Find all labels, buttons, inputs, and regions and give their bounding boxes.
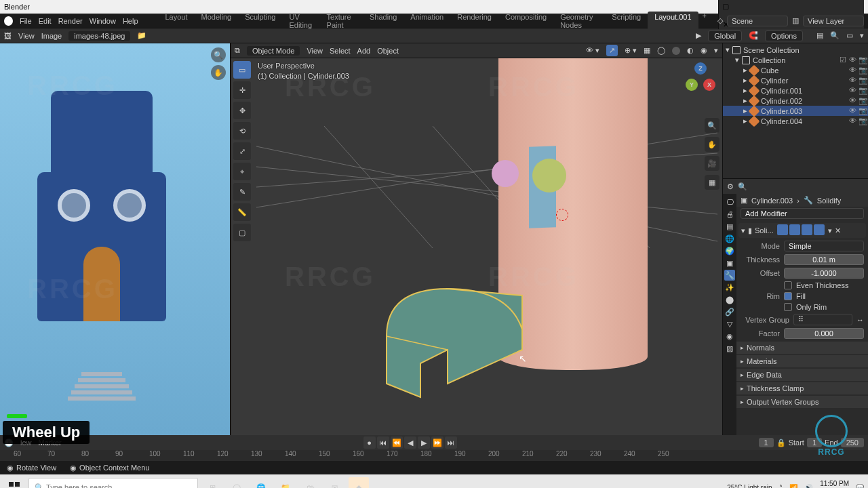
tray-volume-icon[interactable]: 🔊 (804, 484, 812, 489)
add-modifier-dropdown[interactable]: Add Modifier (741, 208, 864, 219)
subpanel-thickness-clamp[interactable]: Thickness Clamp (736, 382, 868, 394)
image-editor-icon[interactable]: 🖼 (4, 32, 12, 40)
prop-tab-world[interactable]: 🌍 (724, 245, 735, 256)
properties-search-icon[interactable]: 🔍 (738, 182, 747, 191)
tab-modeling[interactable]: Modeling (195, 12, 239, 30)
add-workspace-button[interactable]: + (698, 12, 711, 30)
even-thickness-checkbox[interactable] (784, 281, 792, 289)
window-maximize[interactable]: ▢ (719, 2, 732, 11)
transform-orientation-dropdown[interactable]: Global (708, 30, 742, 41)
mode-dropdown[interactable]: Object Mode (247, 46, 300, 56)
editor-type-icon[interactable]: ⧉ (235, 46, 240, 55)
jump-prev-key-button[interactable]: ⏪ (391, 436, 403, 449)
img-menu-image[interactable]: Image (41, 32, 62, 40)
outliner-item-cylinder001[interactable]: ▸Cylinder.001👁📷 (723, 85, 868, 96)
weather-widget[interactable]: 25°C Light rain (727, 484, 772, 489)
hand-icon[interactable]: ✋ (211, 65, 226, 80)
render-icon[interactable]: 📷 (859, 66, 865, 75)
menu-window[interactable]: Window (90, 17, 116, 25)
mode-dropdown[interactable]: Simple (784, 241, 864, 251)
image-editor-viewport[interactable]: 🔍 ✋ RRCG RRCG (0, 43, 231, 435)
shading-rendered-icon[interactable]: ◉ (701, 46, 707, 55)
eye-icon[interactable]: 👁 (849, 96, 856, 105)
prop-tab-render[interactable]: 🖵 (724, 197, 735, 207)
prop-tab-physics[interactable]: ⬤ (724, 294, 735, 305)
tl-menu-view[interactable]: iew (20, 439, 32, 447)
tab-compositing[interactable]: Compositing (498, 12, 553, 30)
prop-tab-constraints[interactable]: 🔗 (724, 306, 735, 317)
jump-next-key-button[interactable]: ⏩ (431, 436, 443, 449)
taskbar-clock[interactable]: 11:50 PM8/18/2021 (819, 480, 850, 488)
gizmo-toggle-icon[interactable]: ↗ (606, 45, 618, 56)
viewlayer-name-input[interactable] (803, 16, 864, 26)
prop-tab-viewlayer[interactable]: ▤ (724, 221, 735, 232)
explorer-icon[interactable]: 📁 (275, 477, 296, 488)
outliner-item-cylinder[interactable]: ▸Cylinder👁📷 (723, 75, 868, 85)
img-menu-view[interactable]: View (18, 32, 35, 40)
prop-tab-scene[interactable]: 🌐 (724, 233, 735, 244)
prop-tab-texture[interactable]: ▨ (724, 343, 735, 354)
notifications-icon[interactable]: 💬 (856, 484, 864, 489)
outliner-item-cylinder003[interactable]: ▸Cylinder.003👁📷 (723, 106, 868, 116)
subpanel-edge-data[interactable]: Edge Data (736, 369, 868, 381)
3d-viewport[interactable]: ⧉ Object Mode View Select Add Object 👁 ▾… (231, 43, 722, 435)
outliner-item-cylinder004[interactable]: ▸Cylinder.004👁📷 (723, 116, 868, 126)
edge-icon[interactable]: 🌐 (251, 477, 271, 488)
tab-animation[interactable]: Animation (403, 12, 450, 30)
vp-menu-add[interactable]: Add (357, 47, 371, 55)
offset-input[interactable]: -1.0000 (784, 268, 864, 279)
outliner-collection[interactable]: ▾ Collection ☑👁📷 (723, 55, 868, 65)
prop-tab-modifiers[interactable]: 🔧 (724, 270, 735, 281)
snap-toggle-icon[interactable]: 🧲 (749, 31, 758, 40)
tray-chevron-icon[interactable]: ˄ (779, 484, 783, 489)
overlay-toggle-icon[interactable]: ⊕ ▾ (625, 46, 637, 55)
eye-icon[interactable]: 👁 (849, 56, 856, 64)
outliner-filter-icon[interactable]: ▤ (816, 31, 823, 40)
eye-icon[interactable]: 👁 (849, 117, 856, 125)
lock-range-icon[interactable]: 🔒 (776, 439, 786, 447)
image-browse-icon[interactable]: 📁 (137, 31, 146, 40)
prop-tab-particles[interactable]: ✨ (724, 282, 735, 293)
tab-uv-editing[interactable]: UV Editing (282, 12, 319, 30)
play-button[interactable]: ▶ (418, 436, 430, 449)
menu-file[interactable]: File (20, 17, 32, 25)
tab-sculpting[interactable]: Sculpting (238, 12, 282, 30)
outliner-scene-collection[interactable]: ▾ Scene Collection (723, 45, 868, 55)
thickness-input[interactable]: 0.01 m (784, 254, 864, 265)
tab-geometry-nodes[interactable]: Geometry Nodes (553, 12, 605, 30)
prop-tab-object[interactable]: ▣ (724, 258, 735, 268)
subpanel-output-vgroups[interactable]: Output Vertex Groups (736, 396, 868, 408)
outliner-item-cylinder002[interactable]: ▸Cylinder.002👁📷 (723, 96, 868, 106)
vp-menu-select[interactable]: Select (330, 47, 351, 55)
modifier-menu-icon[interactable]: ▾ (828, 226, 832, 235)
eye-icon[interactable]: 👁 (849, 66, 856, 75)
jump-end-button[interactable]: ⏭ (445, 436, 457, 449)
tab-shading[interactable]: Shading (363, 12, 403, 30)
render-icon[interactable]: 📷 (859, 86, 865, 95)
visibility-toggle-icon[interactable]: 👁 ▾ (586, 46, 599, 55)
prop-tab-data[interactable]: ▽ (724, 319, 735, 329)
checkbox-icon[interactable]: ☑ (840, 56, 846, 64)
eye-icon[interactable]: 👁 (849, 76, 856, 85)
properties-editor-icon[interactable]: ⚙ (727, 182, 734, 191)
menu-render[interactable]: Render (58, 17, 83, 25)
render-icon[interactable]: 📷 (859, 56, 865, 64)
xray-toggle-icon[interactable]: ▦ (644, 46, 650, 55)
tab-scripting[interactable]: Scripting (605, 12, 648, 30)
tab-rendering[interactable]: Rendering (450, 12, 498, 30)
shading-solid-icon[interactable] (672, 47, 680, 55)
invert-vgroup-icon[interactable]: ↔ (856, 316, 864, 324)
tab-texture-paint[interactable]: Texture Paint (320, 12, 363, 30)
only-rim-checkbox[interactable] (784, 303, 792, 311)
shading-options-icon[interactable]: ▾ (714, 46, 718, 55)
store-icon[interactable]: 🛍 (300, 477, 320, 488)
eye-icon[interactable]: 👁 (849, 86, 856, 95)
current-frame-input[interactable]: 1 (759, 438, 774, 447)
cortana-icon[interactable]: ◯ (226, 477, 247, 488)
jump-start-button[interactable]: ⏮ (377, 436, 389, 449)
prop-tab-output[interactable]: 🖨 (724, 209, 735, 220)
outliner-item-cube[interactable]: ▸Cube👁📷 (723, 65, 868, 75)
subpanel-normals[interactable]: Normals (736, 342, 868, 354)
outliner-search-icon[interactable]: 🔍 (830, 31, 840, 40)
autokey-toggle[interactable]: ● (363, 436, 376, 449)
